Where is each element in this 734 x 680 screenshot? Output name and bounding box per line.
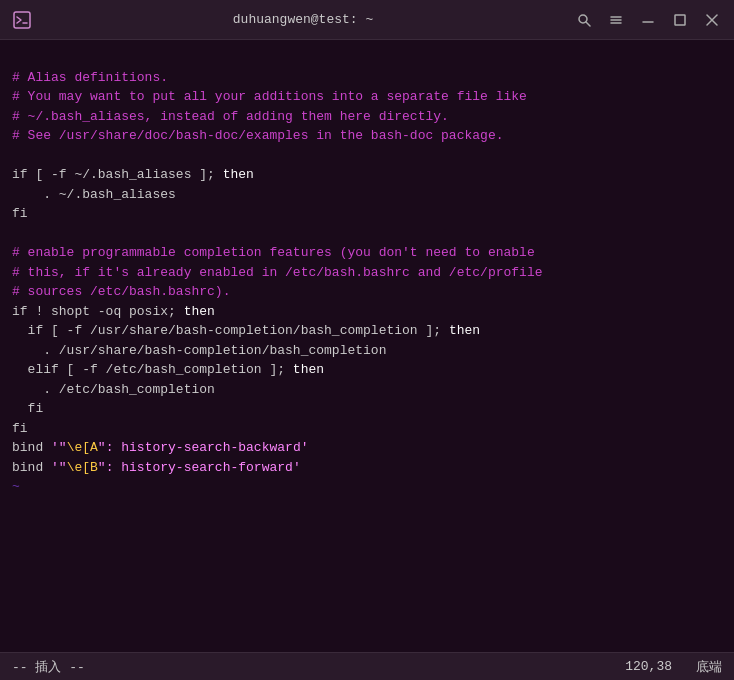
line-18: . /etc/bash_completion <box>12 380 722 400</box>
line-14: if ! shopt -oq posix; then <box>12 302 722 322</box>
scroll-position: 底端 <box>696 658 722 676</box>
line-13: # sources /etc/bash.bashrc). <box>12 282 722 302</box>
statusbar: -- 插入 -- 120,38 底端 <box>0 652 734 680</box>
line-16: . /usr/share/bash-completion/bash_comple… <box>12 341 722 361</box>
line-21: bind '"\e[A": history-search-backward' <box>12 438 722 458</box>
line-12: # this, if it's already enabled in /etc/… <box>12 263 722 283</box>
line-3: # You may want to put all your additions… <box>12 87 722 107</box>
line-9: fi <box>12 204 722 224</box>
svg-rect-0 <box>14 12 30 28</box>
terminal-content: # Alias definitions. # You may want to p… <box>0 40 734 652</box>
line-5: # See /usr/share/doc/bash-doc/examples i… <box>12 126 722 146</box>
line-15: if [ -f /usr/share/bash-completion/bash_… <box>12 321 722 341</box>
line-1 <box>12 48 722 68</box>
window-controls <box>570 6 726 34</box>
search-button[interactable] <box>570 6 598 34</box>
line-2: # Alias definitions. <box>12 68 722 88</box>
line-6 <box>12 146 722 166</box>
line-23: ~ <box>12 477 722 497</box>
line-10 <box>12 224 722 244</box>
line-19: fi <box>12 399 722 419</box>
window-title: duhuangwen@test: ~ <box>36 12 570 27</box>
cursor-position: 120,38 <box>625 659 672 674</box>
line-4: # ~/.bash_aliases, instead of adding the… <box>12 107 722 127</box>
svg-line-3 <box>586 22 590 26</box>
line-17: elif [ -f /etc/bash_completion ]; then <box>12 360 722 380</box>
terminal-icon[interactable] <box>8 6 36 34</box>
menu-button[interactable] <box>602 6 630 34</box>
maximize-button[interactable] <box>666 6 694 34</box>
minimize-button[interactable] <box>634 6 662 34</box>
line-11: # enable programmable completion feature… <box>12 243 722 263</box>
vim-mode: -- 插入 -- <box>12 658 85 676</box>
line-7: if [ -f ~/.bash_aliases ]; then <box>12 165 722 185</box>
titlebar: duhuangwen@test: ~ <box>0 0 734 40</box>
line-22: bind '"\e[B": history-search-forward' <box>12 458 722 478</box>
line-8: . ~/.bash_aliases <box>12 185 722 205</box>
svg-rect-8 <box>675 15 685 25</box>
line-20: fi <box>12 419 722 439</box>
close-button[interactable] <box>698 6 726 34</box>
